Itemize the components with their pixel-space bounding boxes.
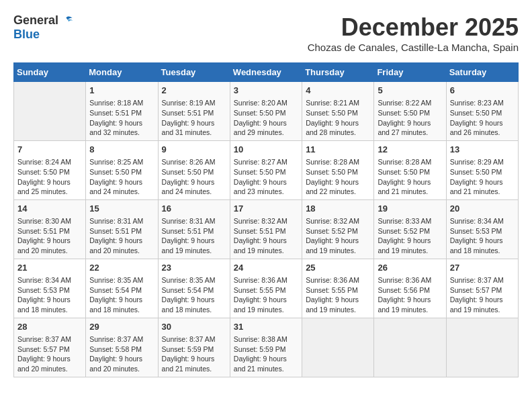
calendar-cell: 15Sunrise: 8:31 AM Sunset: 5:51 PM Dayli…	[86, 199, 158, 259]
month-title: December 2025	[308, 13, 519, 42]
day-number: 3	[234, 85, 298, 97]
day-info: Sunrise: 8:32 AM Sunset: 5:52 PM Dayligh…	[306, 216, 370, 256]
logo: General Blue	[13, 13, 73, 42]
day-info: Sunrise: 8:37 AM Sunset: 5:58 PM Dayligh…	[89, 334, 154, 374]
calendar-week-row: 21Sunrise: 8:34 AM Sunset: 5:53 PM Dayli…	[14, 259, 519, 318]
calendar-cell: 17Sunrise: 8:32 AM Sunset: 5:51 PM Dayli…	[230, 199, 302, 259]
day-number: 4	[306, 85, 370, 97]
calendar-week-row: 14Sunrise: 8:30 AM Sunset: 5:51 PM Dayli…	[14, 199, 519, 259]
location-subtitle: Chozas de Canales, Castille-La Mancha, S…	[308, 42, 519, 53]
calendar-cell: 3Sunrise: 8:20 AM Sunset: 5:50 PM Daylig…	[230, 82, 302, 141]
day-number: 11	[306, 144, 370, 156]
calendar-cell: 2Sunrise: 8:19 AM Sunset: 5:51 PM Daylig…	[158, 82, 230, 141]
day-number: 17	[234, 203, 298, 215]
calendar-cell	[14, 82, 86, 141]
day-info: Sunrise: 8:29 AM Sunset: 5:50 PM Dayligh…	[450, 157, 515, 197]
day-number: 19	[378, 203, 442, 215]
calendar-cell: 27Sunrise: 8:37 AM Sunset: 5:57 PM Dayli…	[446, 259, 518, 318]
calendar-cell: 14Sunrise: 8:30 AM Sunset: 5:51 PM Dayli…	[14, 199, 86, 259]
logo-general-text: General	[13, 13, 58, 28]
page-header: General Blue December 2025 Chozas de Can…	[13, 13, 519, 60]
calendar-cell: 4Sunrise: 8:21 AM Sunset: 5:50 PM Daylig…	[302, 82, 374, 141]
day-info: Sunrise: 8:28 AM Sunset: 5:50 PM Dayligh…	[378, 157, 442, 197]
weekday-header-saturday: Saturday	[446, 63, 518, 82]
day-info: Sunrise: 8:34 AM Sunset: 5:53 PM Dayligh…	[450, 216, 515, 256]
day-info: Sunrise: 8:35 AM Sunset: 5:54 PM Dayligh…	[162, 275, 226, 315]
day-number: 16	[162, 203, 226, 215]
day-info: Sunrise: 8:37 AM Sunset: 5:59 PM Dayligh…	[162, 334, 226, 374]
calendar-cell: 8Sunrise: 8:25 AM Sunset: 5:50 PM Daylig…	[86, 140, 158, 199]
day-info: Sunrise: 8:37 AM Sunset: 5:57 PM Dayligh…	[450, 275, 515, 315]
calendar-cell: 21Sunrise: 8:34 AM Sunset: 5:53 PM Dayli…	[14, 259, 86, 318]
day-number: 8	[89, 144, 154, 156]
day-info: Sunrise: 8:30 AM Sunset: 5:51 PM Dayligh…	[17, 216, 82, 256]
calendar-week-row: 28Sunrise: 8:37 AM Sunset: 5:57 PM Dayli…	[14, 318, 519, 377]
calendar-cell: 19Sunrise: 8:33 AM Sunset: 5:52 PM Dayli…	[374, 199, 446, 259]
calendar-cell: 24Sunrise: 8:36 AM Sunset: 5:55 PM Dayli…	[230, 259, 302, 318]
day-number: 12	[378, 144, 442, 156]
day-number: 7	[17, 144, 82, 156]
calendar-cell	[374, 318, 446, 377]
day-number: 20	[450, 203, 515, 215]
day-info: Sunrise: 8:32 AM Sunset: 5:51 PM Dayligh…	[234, 216, 298, 256]
weekday-header-wednesday: Wednesday	[230, 63, 302, 82]
day-info: Sunrise: 8:37 AM Sunset: 5:57 PM Dayligh…	[17, 334, 82, 374]
day-number: 26	[378, 262, 442, 274]
day-number: 27	[450, 262, 515, 274]
calendar-cell: 7Sunrise: 8:24 AM Sunset: 5:50 PM Daylig…	[14, 140, 86, 199]
calendar-cell: 18Sunrise: 8:32 AM Sunset: 5:52 PM Dayli…	[302, 199, 374, 259]
calendar-cell: 26Sunrise: 8:36 AM Sunset: 5:56 PM Dayli…	[374, 259, 446, 318]
calendar-cell: 1Sunrise: 8:18 AM Sunset: 5:51 PM Daylig…	[86, 82, 158, 141]
calendar-cell: 30Sunrise: 8:37 AM Sunset: 5:59 PM Dayli…	[158, 318, 230, 377]
day-number: 6	[450, 85, 515, 97]
day-info: Sunrise: 8:25 AM Sunset: 5:50 PM Dayligh…	[89, 157, 154, 197]
day-number: 29	[89, 321, 154, 333]
day-info: Sunrise: 8:20 AM Sunset: 5:50 PM Dayligh…	[234, 98, 298, 138]
day-number: 9	[162, 144, 226, 156]
day-number: 30	[162, 321, 226, 333]
day-info: Sunrise: 8:28 AM Sunset: 5:50 PM Dayligh…	[306, 157, 370, 197]
calendar-cell: 12Sunrise: 8:28 AM Sunset: 5:50 PM Dayli…	[374, 140, 446, 199]
day-info: Sunrise: 8:36 AM Sunset: 5:55 PM Dayligh…	[234, 275, 298, 315]
calendar-cell: 20Sunrise: 8:34 AM Sunset: 5:53 PM Dayli…	[446, 199, 518, 259]
day-number: 15	[89, 203, 154, 215]
calendar-cell: 6Sunrise: 8:23 AM Sunset: 5:50 PM Daylig…	[446, 82, 518, 141]
day-number: 31	[234, 321, 298, 333]
day-info: Sunrise: 8:24 AM Sunset: 5:50 PM Dayligh…	[17, 157, 82, 197]
day-number: 5	[378, 85, 442, 97]
day-number: 2	[162, 85, 226, 97]
calendar-cell: 22Sunrise: 8:35 AM Sunset: 5:54 PM Dayli…	[86, 259, 158, 318]
weekday-header-row: SundayMondayTuesdayWednesdayThursdayFrid…	[14, 63, 519, 82]
day-number: 28	[17, 321, 82, 333]
day-info: Sunrise: 8:26 AM Sunset: 5:50 PM Dayligh…	[162, 157, 226, 197]
day-info: Sunrise: 8:38 AM Sunset: 5:59 PM Dayligh…	[234, 334, 298, 374]
day-number: 24	[234, 262, 298, 274]
calendar-cell: 10Sunrise: 8:27 AM Sunset: 5:50 PM Dayli…	[230, 140, 302, 199]
calendar-cell: 29Sunrise: 8:37 AM Sunset: 5:58 PM Dayli…	[86, 318, 158, 377]
day-info: Sunrise: 8:23 AM Sunset: 5:50 PM Dayligh…	[450, 98, 515, 138]
day-info: Sunrise: 8:27 AM Sunset: 5:50 PM Dayligh…	[234, 157, 298, 197]
weekday-header-monday: Monday	[86, 63, 158, 82]
logo-blue-text: Blue	[13, 28, 40, 42]
calendar-cell: 25Sunrise: 8:36 AM Sunset: 5:55 PM Dayli…	[302, 259, 374, 318]
day-number: 23	[162, 262, 226, 274]
day-number: 14	[17, 203, 82, 215]
calendar-cell	[446, 318, 518, 377]
day-info: Sunrise: 8:36 AM Sunset: 5:55 PM Dayligh…	[306, 275, 370, 315]
day-info: Sunrise: 8:35 AM Sunset: 5:54 PM Dayligh…	[89, 275, 154, 315]
calendar-cell: 28Sunrise: 8:37 AM Sunset: 5:57 PM Dayli…	[14, 318, 86, 377]
calendar-table: SundayMondayTuesdayWednesdayThursdayFrid…	[13, 62, 519, 377]
day-info: Sunrise: 8:36 AM Sunset: 5:56 PM Dayligh…	[378, 275, 442, 315]
calendar-week-row: 7Sunrise: 8:24 AM Sunset: 5:50 PM Daylig…	[14, 140, 519, 199]
calendar-cell: 5Sunrise: 8:22 AM Sunset: 5:50 PM Daylig…	[374, 82, 446, 141]
calendar-week-row: 1Sunrise: 8:18 AM Sunset: 5:51 PM Daylig…	[14, 82, 519, 141]
day-info: Sunrise: 8:31 AM Sunset: 5:51 PM Dayligh…	[162, 216, 226, 256]
weekday-header-tuesday: Tuesday	[158, 63, 230, 82]
day-number: 25	[306, 262, 370, 274]
day-info: Sunrise: 8:18 AM Sunset: 5:51 PM Dayligh…	[89, 98, 154, 138]
day-info: Sunrise: 8:22 AM Sunset: 5:50 PM Dayligh…	[378, 98, 442, 138]
day-number: 1	[89, 85, 154, 97]
calendar-cell	[302, 318, 374, 377]
weekday-header-friday: Friday	[374, 63, 446, 82]
day-info: Sunrise: 8:34 AM Sunset: 5:53 PM Dayligh…	[17, 275, 82, 315]
